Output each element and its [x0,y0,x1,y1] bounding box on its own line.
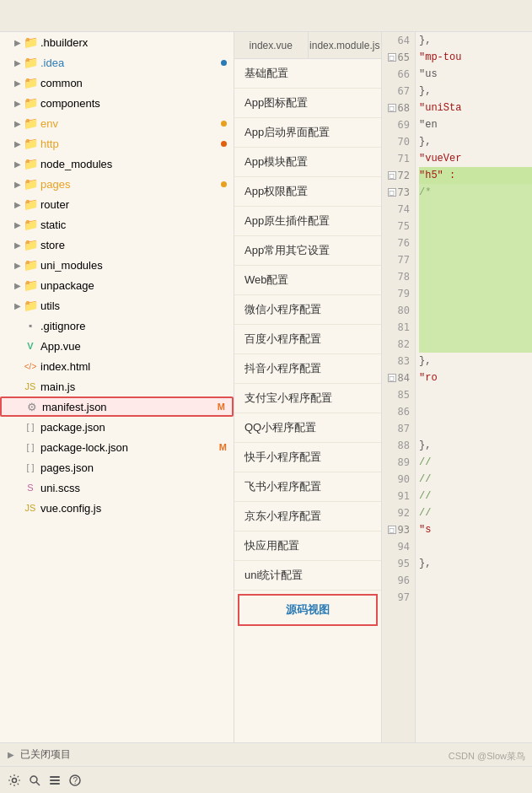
tree-item-mainjs[interactable]: JS main.js [0,376,234,396]
menu-item-douyin-mini[interactable]: 抖音小程序配置 [234,354,381,384]
code-line-70: }, [419,133,532,150]
tree-item-pagesjson[interactable]: [ ] pages.json [0,457,234,477]
tree-item-packagelockjson[interactable]: [ ] package-lock.json M [0,437,234,457]
menu-item-app-native-plugin[interactable]: App原生插件配置 [234,207,381,236]
line-num-93[interactable]: □ 93 [382,521,415,538]
tab-index-module-js[interactable]: index.module.js [309,32,382,58]
help-icon-btn[interactable]: ? [67,773,83,788]
source-view-button[interactable]: 源码视图 [238,594,378,626]
menu-item-kuaishou-mini[interactable]: 快手小程序配置 [234,443,381,472]
chevron-icon: ▶ [13,301,22,310]
tree-item-label: utils [40,299,227,312]
tree-item-label: App.vue [40,340,227,353]
menu-item-web-config[interactable]: Web配置 [234,266,381,295]
svg-rect-4 [50,780,60,781]
tree-item-unpackage[interactable]: ▶ 📁 unpackage [0,275,234,295]
tree-item-label: uni.scss [40,482,227,494]
tree-item-label: package-lock.json [40,441,216,454]
folder-icon: 📁 [24,35,37,49]
tree-item-store[interactable]: ▶ 📁 store [0,235,234,255]
folder-icon: 📁 [24,137,37,150]
tree-item-label: pages [40,178,218,191]
line-num-73[interactable]: □ 73 [382,184,415,201]
line-num-84[interactable]: □ 84 [382,370,415,386]
code-lines-area[interactable]: }, "mp-tou "us }, "uniSta "en }, "vueVer… [416,32,532,742]
tree-item-packagejson[interactable]: [ ] package.json [0,417,234,437]
menu-item-qq-mini[interactable]: QQ小程序配置 [234,413,381,443]
tree-item-utils[interactable]: ▶ 📁 utils [0,295,234,316]
line-num-68[interactable]: □ 68 [382,100,415,116]
menu-item-alipay-mini[interactable]: 支付宝小程序配置 [234,384,381,413]
tree-item-gitignore[interactable]: ▪ .gitignore [0,316,234,336]
tree-item-router[interactable]: ▶ 📁 router [0,194,234,214]
menu-item-app-common-settings[interactable]: App常用其它设置 [234,236,381,266]
tree-item-components[interactable]: ▶ 📁 components [0,93,234,113]
fold-icon[interactable]: □ [388,374,396,382]
settings-icon-btn[interactable] [7,773,22,788]
tree-item-node-modules[interactable]: ▶ 📁 node_modules [0,154,234,174]
tree-item-indexhtml[interactable]: </> index.html [0,356,234,376]
svg-line-2 [36,782,40,785]
code-line-65: "mp-tou [419,49,532,66]
js-file-icon: JS [24,380,37,393]
line-num-77: 77 [382,251,415,268]
tree-item-vueconfigjs[interactable]: JS vue.config.js [0,498,234,518]
menu-item-label: App常用其它设置 [245,243,330,258]
line-num-83: 83 [382,353,415,370]
menu-item-app-icon[interactable]: App图标配置 [234,89,381,118]
scss-file-icon: S [24,481,37,494]
tree-item-static[interactable]: ▶ 📁 static [0,214,234,235]
line-num-67: 67 [382,83,415,100]
menu-item-app-launch[interactable]: App启动界面配置 [234,118,381,148]
chevron-icon: ▶ [13,139,22,148]
fold-icon[interactable]: □ [388,171,396,180]
code-line-90: // [419,471,532,488]
tools-icon-btn[interactable] [47,773,62,788]
line-num-72[interactable]: □ 72 [382,167,415,184]
tree-item-uni-modules[interactable]: ▶ 📁 uni_modules [0,255,234,275]
line-num-85: 85 [382,386,415,403]
tree-item-env[interactable]: ▶ 📁 env [0,113,234,133]
html-file-icon: </> [24,359,37,373]
menu-item-basic-config[interactable]: 基础配置 [234,59,381,89]
chevron-icon: ▶ [13,99,22,107]
tree-item-label: .idea [40,57,218,69]
fold-icon[interactable]: □ [388,526,396,534]
tree-item-manifest-json[interactable]: ⚙ manifest.json M [0,396,234,417]
tree-item-uniscss[interactable]: S uni.scss [0,477,234,498]
vue-file-icon: V [24,339,37,353]
tab-index-vue[interactable]: index.vue [234,32,309,58]
fold-icon[interactable]: □ [388,188,396,197]
code-line-97 [419,589,532,606]
menu-item-app-permission[interactable]: App权限配置 [234,177,381,207]
svg-rect-5 [50,783,60,785]
tree-item-common[interactable]: ▶ 📁 common [0,73,234,93]
tree-item-hbuilderx[interactable]: ▶ 📁 .hbuilderx [0,32,234,52]
folder-icon: 📁 [24,238,37,251]
tree-item-appvue[interactable]: V App.vue [0,336,234,356]
menu-item-uni-stats[interactable]: uni统计配置 [234,561,381,591]
line-num-79: 79 [382,285,415,302]
fold-icon[interactable]: □ [388,53,396,62]
search-icon-btn[interactable] [27,773,42,788]
tree-item-pages[interactable]: ▶ 📁 pages [0,174,234,194]
fold-icon[interactable]: □ [388,104,396,112]
code-line-84: "ro [419,370,532,386]
menu-item-quick-app[interactable]: 快应用配置 [234,531,381,561]
line-num-65[interactable]: □ 65 [382,49,415,66]
menu-item-label: 飞书小程序配置 [245,479,321,494]
menu-item-app-module[interactable]: App模块配置 [234,148,381,177]
menu-item-jingdong-mini[interactable]: 京东小程序配置 [234,502,381,531]
tree-item-http[interactable]: ▶ 📁 http [0,133,234,154]
menu-item-baidu-mini[interactable]: 百度小程序配置 [234,325,381,354]
folder-icon: 📁 [24,116,37,130]
line-num-87: 87 [382,420,415,437]
code-line-74 [419,201,532,218]
tree-item-label: pages.json [40,461,227,474]
json-file-icon: [ ] [24,440,37,454]
menu-item-wechat-mini[interactable]: 微信小程序配置 [234,295,381,325]
status-badge [221,121,227,127]
tree-item-label: .hbuilderx [40,36,227,49]
menu-item-feishu-mini[interactable]: 飞书小程序配置 [234,472,381,502]
tree-item-idea[interactable]: ▶ 📁 .idea [0,52,234,73]
